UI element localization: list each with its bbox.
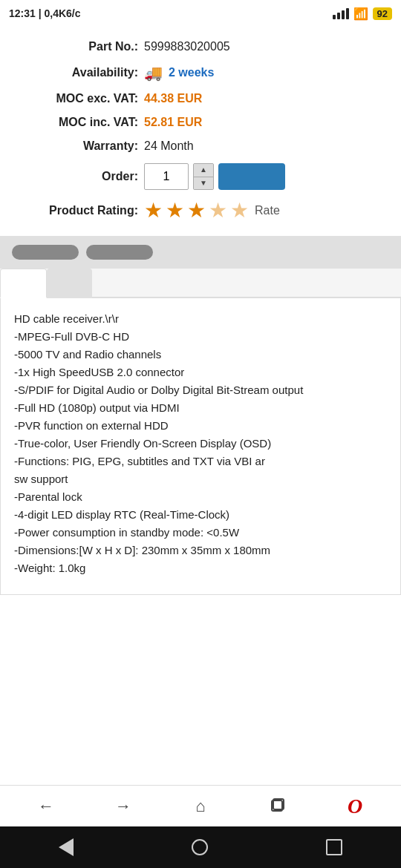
signal-icon (333, 8, 349, 19)
description-text: HD cable receiver.\r\r -MPEG-Full DVB-C … (14, 312, 303, 574)
data-speed: 0,4K6/c (45, 7, 81, 19)
availability-value: 2 weeks (169, 66, 214, 79)
android-back-button[interactable] (59, 838, 74, 856)
time: 12:31 (9, 7, 36, 19)
truck-icon: 🚚 (144, 64, 163, 82)
stars-group[interactable]: ★ ★ ★ ★ ★ (144, 200, 249, 221)
browser-bottom-nav: ← → ⌂ O (0, 785, 401, 826)
android-home-button[interactable] (192, 839, 208, 855)
moc-inc-vat-value: 52.81 EUR (144, 116, 202, 129)
star-2[interactable]: ★ (166, 200, 184, 221)
wifi-icon: 📶 (353, 7, 368, 21)
tabs-icon (270, 798, 286, 815)
battery-badge: 92 (373, 7, 392, 20)
moc-exc-vat-value: 44.38 EUR (144, 92, 202, 105)
opera-button[interactable]: O (337, 789, 373, 824)
back-button[interactable]: ← (28, 789, 64, 824)
part-no-value: 5999883020005 (144, 40, 230, 53)
android-nav-bar (0, 826, 401, 868)
warranty-label: Warranty: (18, 139, 144, 153)
rate-label[interactable]: Rate (255, 204, 280, 217)
star-5[interactable]: ★ (230, 200, 249, 221)
stepper-up-button[interactable]: ▲ (194, 164, 213, 177)
product-description: HD cable receiver.\r\r -MPEG-Full DVB-C … (0, 298, 401, 595)
tab-description[interactable] (0, 269, 47, 298)
order-input-group: ▲ ▼ (144, 163, 285, 190)
warranty-row: Warranty: 24 Month (18, 139, 383, 153)
main-content: Part No.: 5999883020005 Availability: 🚚 … (0, 27, 401, 785)
moc-inc-vat-label: MOC inc. VAT: (18, 116, 144, 129)
square-icon (326, 839, 342, 855)
part-no-row: Part No.: 5999883020005 (18, 40, 383, 53)
moc-exc-vat-row: MOC exc. VAT: 44.38 EUR (18, 92, 383, 105)
status-time-data: 12:31 | 0,4K6/c (9, 7, 81, 19)
order-label: Order: (18, 170, 144, 183)
tabs-row (0, 269, 401, 298)
availability-row: Availability: 🚚 2 weeks (18, 64, 383, 82)
part-no-label: Part No.: (18, 40, 144, 53)
divider-section (0, 236, 401, 269)
product-info: Part No.: 5999883020005 Availability: 🚚 … (0, 27, 401, 236)
tabs-button[interactable] (260, 789, 296, 824)
order-row: Order: ▲ ▼ (18, 163, 383, 190)
status-icons: 📶 92 (333, 7, 392, 21)
rating-label: Product Rating: (18, 204, 144, 217)
pill-2 (86, 245, 153, 260)
availability-value-group: 🚚 2 weeks (144, 64, 214, 82)
order-quantity-input[interactable] (144, 163, 189, 190)
forward-button[interactable]: → (105, 789, 141, 824)
home-button[interactable]: ⌂ (183, 789, 218, 824)
add-to-cart-button[interactable] (218, 163, 285, 190)
moc-inc-vat-row: MOC inc. VAT: 52.81 EUR (18, 116, 383, 129)
pill-1 (12, 245, 79, 260)
star-4[interactable]: ★ (209, 200, 227, 221)
stepper-down-button[interactable]: ▼ (194, 177, 213, 190)
star-3[interactable]: ★ (187, 200, 206, 221)
star-1[interactable]: ★ (144, 200, 163, 221)
back-triangle-icon (59, 838, 74, 856)
availability-label: Availability: (18, 66, 144, 79)
tab-secondary[interactable] (47, 269, 92, 298)
separator: | (39, 7, 45, 19)
android-recents-button[interactable] (326, 839, 342, 855)
status-bar: 12:31 | 0,4K6/c 📶 92 (0, 0, 401, 27)
moc-exc-vat-label: MOC exc. VAT: (18, 92, 144, 105)
order-stepper[interactable]: ▲ ▼ (193, 163, 214, 190)
warranty-value: 24 Month (144, 139, 194, 153)
rating-row: Product Rating: ★ ★ ★ ★ ★ Rate (18, 200, 383, 221)
circle-icon (192, 839, 208, 855)
